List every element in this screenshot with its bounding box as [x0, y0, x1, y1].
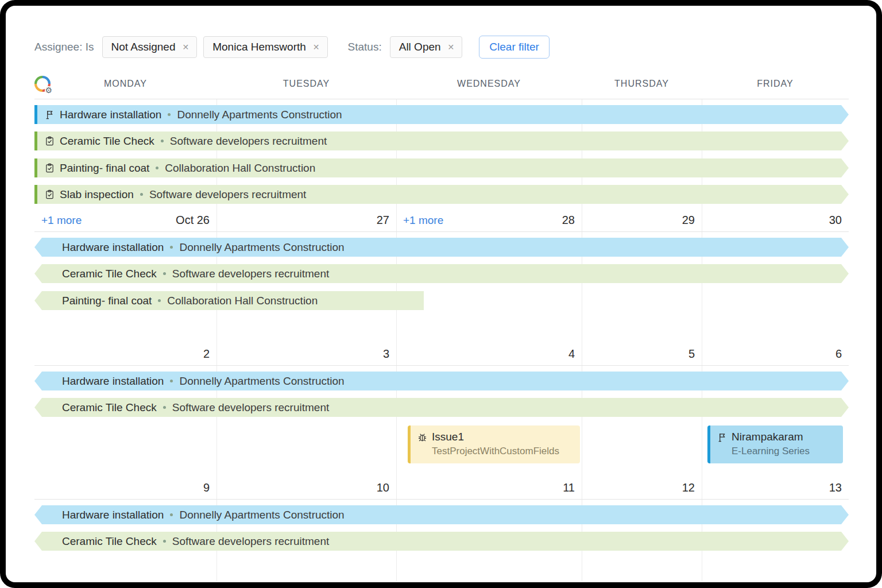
day-cell[interactable]: 13	[702, 481, 849, 494]
dot-separator	[161, 140, 164, 142]
calendar-settings-icon[interactable]: ⚙	[34, 76, 51, 92]
milestone-title: Nirampakaram	[732, 431, 803, 443]
event-project: Donnelly Apartments Construction	[179, 241, 344, 254]
event-bar-task[interactable]: Slab inspection Software developers recr…	[34, 185, 849, 204]
day-cell[interactable]: 5	[582, 347, 702, 361]
event-title: Painting- final coat	[62, 295, 152, 307]
task-clipboard-icon	[45, 163, 55, 173]
dot-separator	[170, 246, 173, 249]
event-bar-milestone[interactable]: Hardware installation Donnelly Apartment…	[34, 238, 849, 257]
page: Assignee: Is Not Assigned ✕ Monica Hemsw…	[6, 6, 876, 582]
event-project: Collaboration Hall Construction	[165, 162, 315, 175]
filter-chip-monica-hemsworth[interactable]: Monica Hemsworth ✕	[203, 36, 327, 58]
date-label: 6	[835, 347, 842, 361]
event-bar-milestone[interactable]: Hardware installation Donnelly Apartment…	[34, 105, 849, 124]
event-project: Software developers recruitment	[172, 401, 330, 414]
day-cell[interactable]: 12	[582, 481, 702, 494]
event-bar-milestone[interactable]: Hardware installation Donnelly Apartment…	[34, 372, 849, 390]
date-label: 9	[203, 481, 210, 494]
week-row-nov2: Hardware installation Donnelly Apartment…	[34, 232, 849, 366]
status-filter-label: Status:	[348, 41, 382, 53]
day-header-wednesday: WEDNESDAY	[396, 71, 582, 99]
bar-accent-stripe	[34, 185, 37, 204]
day-cell[interactable]: +1 more 28	[396, 214, 582, 227]
dot-separator	[170, 380, 173, 382]
day-cell[interactable]: 4	[396, 347, 582, 361]
event-bar-task[interactable]: Painting- final coat Collaboration Hall …	[34, 158, 849, 177]
bug-icon	[417, 432, 427, 442]
filter-chip-all-open[interactable]: All Open ✕	[390, 36, 463, 58]
bar-accent-stripe	[34, 158, 37, 177]
more-events-link[interactable]: +1 more	[41, 214, 82, 227]
dot-separator	[168, 113, 171, 116]
day-cell[interactable]: 30	[702, 214, 849, 227]
day-cell[interactable]: 11	[396, 481, 582, 494]
remove-chip-icon[interactable]: ✕	[313, 43, 320, 51]
task-clipboard-icon	[45, 136, 55, 146]
dot-separator	[163, 272, 166, 275]
date-label: 3	[383, 347, 389, 361]
dot-separator	[158, 299, 161, 302]
day-cell[interactable]: 6	[702, 347, 849, 361]
week-date-row: +1 more Oct 26 27 +1 more 28 29 30	[34, 214, 849, 227]
date-label: 27	[377, 214, 389, 227]
week-row-nov9: Hardware installation Donnelly Apartment…	[34, 366, 849, 500]
event-bar-task[interactable]: Ceramic Tile Check Software developers r…	[34, 264, 849, 283]
date-label: 12	[682, 481, 695, 494]
clear-filter-button[interactable]: Clear filter	[479, 36, 550, 59]
date-label: Oct 26	[176, 214, 210, 227]
day-cell[interactable]: 29	[582, 214, 702, 227]
dot-separator	[163, 406, 166, 409]
event-bar-task[interactable]: Ceramic Tile Check Software developers r…	[34, 131, 849, 150]
event-title: Ceramic Tile Check	[62, 401, 157, 414]
day-header-thursday: THURSDAY	[582, 71, 702, 99]
bar-accent-stripe	[34, 105, 37, 124]
remove-chip-icon[interactable]: ✕	[448, 43, 455, 51]
assignee-filter-label: Assignee: Is	[34, 41, 94, 53]
week-date-row: 9 10 11 12 13	[34, 481, 849, 494]
day-cell[interactable]: 9	[34, 481, 216, 494]
week-date-row: 2 3 4 5 6	[34, 347, 849, 361]
event-bar-milestone[interactable]: Hardware installation Donnelly Apartment…	[34, 505, 849, 524]
gear-icon: ⚙	[45, 86, 52, 94]
dot-separator	[140, 193, 143, 196]
date-label: 10	[377, 481, 389, 494]
day-cell[interactable]: 27	[216, 214, 396, 227]
remove-chip-icon[interactable]: ✕	[182, 43, 189, 51]
event-title: Slab inspection	[60, 188, 134, 201]
day-header-monday: MONDAY	[34, 71, 216, 99]
milestone-project: E-Learning Series	[732, 446, 836, 457]
more-events-link[interactable]: +1 more	[403, 214, 443, 227]
week-row-oct26: Hardware installation Donnelly Apartment…	[34, 99, 849, 232]
event-title: Ceramic Tile Check	[62, 268, 157, 280]
chip-label: Not Assigned	[111, 41, 176, 53]
day-cell[interactable]: 3	[216, 347, 396, 361]
filter-chip-not-assigned[interactable]: Not Assigned ✕	[102, 36, 198, 58]
bar-accent-stripe	[34, 131, 37, 150]
event-bar-task[interactable]: Ceramic Tile Check Software developers r…	[34, 532, 849, 551]
filter-bar: Assignee: Is Not Assigned ✕ Monica Hemsw…	[34, 36, 550, 59]
day-header-friday: FRIDAY	[702, 71, 849, 99]
event-project: Donnelly Apartments Construction	[177, 109, 342, 121]
calendar: ⚙ MONDAY TUESDAY WEDNESDAY THURSDAY FRID…	[34, 71, 849, 579]
event-project: Collaboration Hall Construction	[167, 295, 318, 307]
event-title: Ceramic Tile Check	[62, 535, 157, 548]
event-project: Software developers recruitment	[172, 535, 330, 548]
event-project: Software developers recruitment	[172, 268, 330, 280]
day-cell[interactable]: 10	[216, 481, 396, 494]
event-bar-task[interactable]: Painting- final coat Collaboration Hall …	[34, 291, 424, 310]
date-label: 29	[682, 214, 695, 227]
date-label: 30	[829, 214, 842, 227]
event-project: Software developers recruitment	[149, 188, 307, 201]
day-cell[interactable]: +1 more Oct 26	[34, 214, 216, 227]
dot-separator	[156, 167, 158, 169]
event-title: Hardware installation	[60, 109, 161, 121]
event-project: Donnelly Apartments Construction	[179, 375, 344, 388]
week-row-nov16: Hardware installation Donnelly Apartment…	[34, 500, 849, 581]
issue-title: Issue1	[432, 431, 464, 443]
day-cell[interactable]: 2	[34, 347, 216, 361]
dot-separator	[163, 540, 166, 543]
milestone-card[interactable]: Nirampakaram E-Learning Series	[707, 425, 843, 463]
event-bar-task[interactable]: Ceramic Tile Check Software developers r…	[34, 398, 849, 417]
issue-card[interactable]: Issue1 TestProjectWithCustomFields	[408, 425, 580, 463]
